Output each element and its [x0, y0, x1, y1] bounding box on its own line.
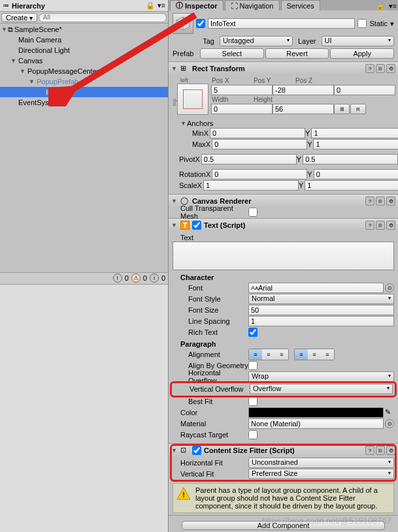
name-input[interactable] [208, 18, 355, 29]
align-by-geometry-checkbox[interactable] [248, 361, 257, 370]
tag-dropdown[interactable]: Untagged [220, 36, 293, 46]
vertical-overflow-dropdown[interactable]: Overflow [250, 384, 393, 394]
tree-row-selected[interactable]: InfoText [0, 87, 168, 97]
lock-icon[interactable]: 🔒 [146, 1, 155, 10]
info-icon[interactable]: i [150, 274, 159, 283]
inspector-tab-bar: ⓘInspector ⛶Navigation Services 🔒 ▾≡ [169, 0, 398, 10]
raw-button[interactable]: R [350, 104, 366, 114]
tree-row[interactable]: ▼Canvas [0, 55, 168, 66]
font-size-input[interactable] [248, 305, 394, 315]
create-button[interactable]: Create ▾ [1, 13, 37, 22]
hierarchy-search-input[interactable] [39, 13, 167, 22]
eyedropper-icon[interactable]: ✎ [385, 408, 394, 417]
text-enabled-checkbox[interactable] [192, 221, 201, 230]
tab-inspector[interactable]: ⓘInspector [170, 0, 224, 10]
error-icon[interactable]: ! [113, 274, 122, 283]
horizontal-fit-dropdown[interactable]: Unconstrained [248, 458, 394, 468]
gear-icon[interactable]: ⚙ [386, 196, 395, 206]
cull-checkbox[interactable] [248, 208, 257, 217]
max-x-input[interactable] [212, 139, 307, 149]
gameobject-icon[interactable] [173, 13, 193, 34]
warn-icon[interactable]: ⚠ [131, 274, 141, 283]
line-spacing-input[interactable] [248, 316, 394, 326]
pivot-y-input[interactable] [303, 154, 398, 164]
foldout-icon[interactable]: ▼ [171, 198, 178, 204]
tree-row[interactable]: Main Camera [0, 35, 168, 45]
tree-row[interactable]: EventSystem [0, 97, 168, 108]
anchor-preset-button[interactable] [177, 84, 208, 115]
prefab-revert-button[interactable]: Revert [265, 48, 329, 59]
min-y-input[interactable] [311, 128, 398, 138]
preset-icon[interactable]: ⛭ [376, 64, 385, 73]
font-style-dropdown[interactable]: Normal [248, 294, 394, 304]
align-right-button[interactable]: ≡ [275, 349, 288, 360]
material-field[interactable]: None (Material) [248, 418, 384, 429]
vertical-fit-dropdown[interactable]: Preferred Size [248, 469, 394, 479]
width-input[interactable] [211, 104, 273, 114]
tree-row[interactable]: Directional Light [0, 45, 168, 55]
posy-input[interactable] [273, 85, 334, 95]
prefab-apply-button[interactable]: Apply [330, 48, 394, 59]
reference-icon[interactable]: ? [365, 64, 374, 73]
rot-x-input[interactable] [212, 169, 307, 180]
max-y-input[interactable] [313, 139, 398, 149]
rect-transform-title: Rect Transform [192, 65, 363, 72]
posz-input[interactable] [334, 85, 395, 95]
foldout-icon[interactable]: ▼ [180, 120, 187, 127]
reference-icon[interactable]: ? [365, 446, 374, 455]
preset-icon[interactable]: ⛭ [376, 221, 385, 230]
foldout-icon[interactable]: ▼ [171, 447, 178, 454]
console-stats: !0 ⚠0 i0 [0, 272, 168, 284]
height-input[interactable] [273, 104, 334, 114]
prefab-select-button[interactable]: Select [200, 48, 264, 59]
csf-title: Content Size Fitter (Script) [204, 446, 363, 454]
warning-icon: ! [176, 486, 191, 502]
tab-services[interactable]: Services [281, 0, 320, 10]
align-center-button[interactable]: ≡ [262, 349, 275, 360]
canvas-renderer-component: ▼ ◯ Canvas Renderer ?⛭⚙ Cull Transparent… [169, 195, 398, 219]
static-dropdown-icon[interactable]: ▾ [390, 20, 394, 28]
font-field[interactable]: Aᴀ Arial [248, 283, 384, 293]
layer-dropdown[interactable]: UI [322, 36, 395, 46]
rot-y-input[interactable] [314, 169, 398, 180]
text-input[interactable] [173, 242, 394, 270]
foldout-icon[interactable]: ▼ [171, 222, 178, 228]
preset-icon[interactable]: ⛭ [376, 446, 385, 455]
raycast-target-checkbox[interactable] [248, 430, 257, 439]
best-fit-checkbox[interactable] [248, 397, 257, 406]
scene-row[interactable]: ▼⧉SampleScene* [0, 24, 168, 35]
tab-navigation[interactable]: ⛶Navigation [225, 0, 280, 10]
font-picker-icon[interactable]: ⊙ [385, 283, 394, 292]
tree-row[interactable]: ▼PopupMessageCenter [0, 66, 168, 76]
align-bottom-button[interactable]: ≡ [321, 349, 334, 360]
scale-y-input[interactable] [305, 180, 398, 191]
pivot-x-input[interactable] [201, 154, 297, 164]
align-top-button[interactable]: ≡ [295, 349, 308, 360]
scale-x-input[interactable] [203, 180, 299, 191]
reference-icon[interactable]: ? [365, 221, 374, 230]
gear-icon[interactable]: ⚙ [386, 446, 395, 455]
blueprint-button[interactable]: ⊞ [334, 104, 350, 114]
preset-icon[interactable]: ⛭ [376, 196, 385, 206]
console-area [0, 284, 168, 533]
foldout-icon[interactable]: ▼ [171, 65, 178, 72]
static-checkbox[interactable] [357, 19, 367, 28]
posx-input[interactable] [211, 85, 273, 95]
gear-icon[interactable]: ⚙ [386, 64, 395, 73]
color-field[interactable] [248, 407, 384, 418]
panel-menu-icon[interactable]: ▾≡ [158, 1, 165, 10]
csf-enabled-checkbox[interactable] [192, 446, 201, 455]
align-middle-button[interactable]: ≡ [308, 349, 321, 360]
active-checkbox[interactable] [196, 19, 205, 28]
horizontal-overflow-dropdown[interactable]: Wrap [248, 371, 394, 382]
align-left-button[interactable]: ≡ [249, 349, 262, 360]
add-component-button[interactable]: Add Component [182, 521, 385, 530]
min-x-input[interactable] [210, 128, 305, 138]
tree-row[interactable]: ▼PopupPrefab [0, 76, 168, 87]
panel-menu-icon[interactable]: ▾≡ [389, 2, 397, 10]
gear-icon[interactable]: ⚙ [386, 221, 395, 230]
material-picker-icon[interactable]: ⊙ [385, 419, 394, 428]
reference-icon[interactable]: ? [365, 196, 374, 206]
lock-icon[interactable]: 🔒 [373, 2, 388, 10]
rich-text-checkbox[interactable] [248, 328, 257, 337]
